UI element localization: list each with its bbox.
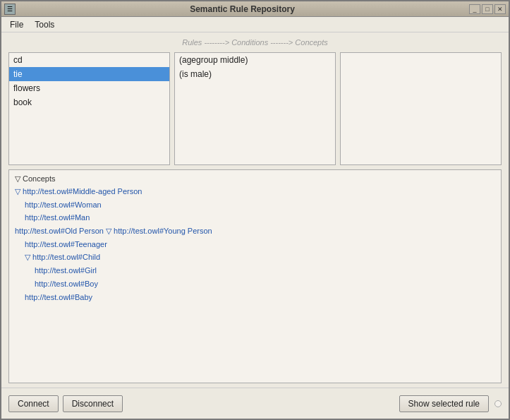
main-content: Rules --------> Conditions -------> Conc… — [1, 32, 509, 388]
menu-bar: File Tools — [1, 17, 509, 32]
tree-panel: ▽ Concepts ▽ http://test.owl#Middle-aged… — [8, 169, 502, 383]
tree-root-label: ▽ Concepts — [15, 174, 495, 184]
app-icon: ☰ — [4, 4, 16, 15]
close-button[interactable]: ✕ — [494, 4, 506, 14]
tree-node-9: http://test.owl#Baby — [15, 291, 495, 304]
tree-node-3: http://test.owl#Old Person — [15, 227, 104, 235]
main-window: ☰ Semantic Rule Repository _ □ ✕ File To… — [0, 0, 510, 420]
condition-item-ismale[interactable]: (is male) — [175, 67, 335, 81]
footer-right: Show selected rule — [399, 395, 502, 412]
status-indicator — [494, 400, 502, 407]
tree-node-5: http://test.owl#Teenager — [15, 238, 495, 251]
tree-node-8: http://test.owl#Boy — [15, 277, 495, 291]
menu-file[interactable]: File — [4, 18, 29, 31]
tree-node-2: http://test.owl#Man — [15, 211, 495, 224]
tree-node-1: http://test.owl#Woman — [15, 198, 495, 212]
rule-item-tie[interactable]: tie — [9, 67, 169, 81]
title-bar-center: Semantic Rule Repository — [16, 4, 469, 14]
conditions-panel[interactable]: (agegroup middle) (is male) — [174, 52, 336, 165]
condition-item-agegroup[interactable]: (agegroup middle) — [175, 53, 335, 67]
tree-nodes: ▽ http://test.owl#Middle-aged Person htt… — [15, 185, 495, 304]
tree-node-7: http://test.owl#Girl — [15, 264, 495, 277]
title-bar: ☰ Semantic Rule Repository _ □ ✕ — [1, 1, 509, 17]
footer-left: Connect Disconnect — [8, 395, 123, 412]
title-bar-left: ☰ — [4, 4, 16, 15]
minimize-button[interactable]: _ — [469, 4, 480, 14]
tree-node-0: ▽ http://test.owl#Middle-aged Person — [15, 187, 142, 196]
disconnect-button[interactable]: Disconnect — [63, 395, 123, 412]
connect-button[interactable]: Connect — [8, 395, 59, 412]
show-selected-rule-button[interactable]: Show selected rule — [399, 395, 489, 412]
tree-node-4: ▽ http://test.owl#Young Person — [106, 227, 212, 235]
maximize-button[interactable]: □ — [482, 4, 493, 14]
rule-item-cd[interactable]: cd — [9, 53, 169, 67]
tree-node-6: ▽ http://test.owl#Child — [15, 251, 495, 264]
concepts-panel[interactable] — [340, 52, 502, 165]
rule-item-flowers[interactable]: flowers — [9, 81, 169, 95]
window-title: Semantic Rule Repository — [190, 4, 295, 14]
rule-item-book[interactable]: book — [9, 95, 169, 109]
footer: Connect Disconnect Show selected rule — [1, 388, 509, 419]
breadcrumb: Rules --------> Conditions -------> Conc… — [8, 37, 502, 48]
menu-tools[interactable]: Tools — [29, 18, 60, 31]
rules-panel[interactable]: cd tie flowers book — [8, 52, 170, 165]
window-controls: _ □ ✕ — [469, 4, 506, 14]
top-panels: cd tie flowers book (agegroup middle) (i… — [8, 52, 502, 165]
